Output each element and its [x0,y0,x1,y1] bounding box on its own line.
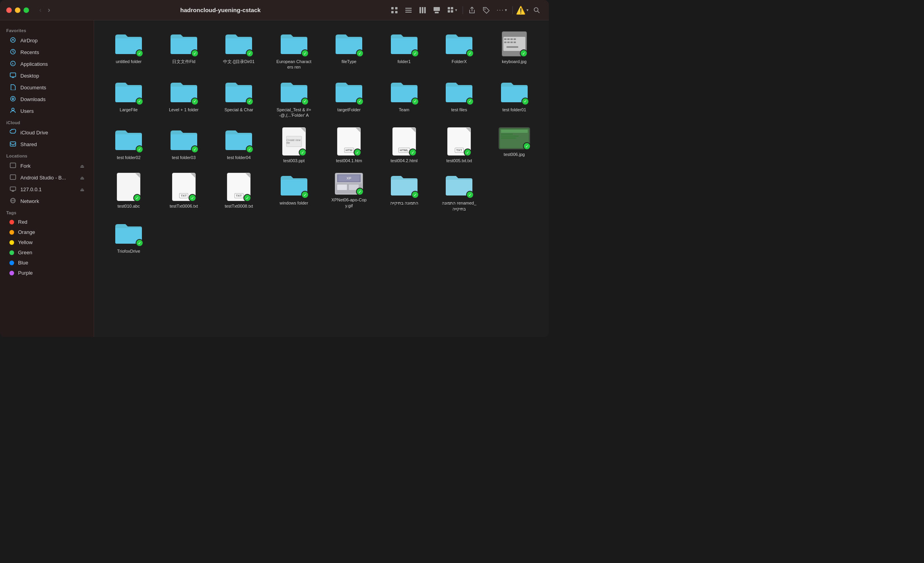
fork-eject[interactable]: ⏏ [80,163,84,169]
svg-rect-29 [10,163,16,168]
svg-rect-9 [424,7,426,13]
file-item-testfolder04[interactable]: ✓ test folder04 [212,124,266,167]
sidebar-item-airdrop[interactable]: AirDrop [3,35,91,46]
file-item-triofox[interactable]: ✓ TriofoxDrive [102,218,156,257]
back-button[interactable]: ‹ [37,5,44,15]
file-item-testfolder01[interactable]: ✓ test folder01 [488,76,541,121]
view-grid-button[interactable] [388,5,400,15]
check-badge: ✓ [356,49,364,57]
file-item-folderx[interactable]: ✓ FolderX [432,28,486,73]
icloud-label: iCloud [0,117,94,127]
file-label: Team [399,107,409,112]
desktop-label: Desktop [20,73,39,79]
file-item-special-char[interactable]: ✓ Special & Char [212,76,266,121]
file-item-team[interactable]: ✓ Team [378,76,431,121]
file-label: test006.jpg [504,152,525,157]
file-item-testfolder02[interactable]: ✓ test folder02 [102,124,156,167]
file-label: testTxt0008.txt [225,203,253,209]
maximize-button[interactable] [24,7,29,13]
view-cover-button[interactable] [431,5,443,15]
applications-label: Applications [20,61,48,67]
file-item-html[interactable]: HTML ✓ test004.2.html [378,124,431,167]
sidebar-item-fork[interactable]: Fork ⏏ [3,160,91,172]
folder1-icon: ✓ [390,31,418,56]
file-item-hebrew-renamed[interactable]: ✓ התמונה renamed_בתיקייה [432,170,486,215]
sidebar-item-purple[interactable]: Purple [3,268,91,278]
file-item-special-test[interactable]: ✓ Special_Test & #+-@,(...'Folder' A [267,76,321,121]
warning-button[interactable]: ⚠️ ▾ [516,5,528,15]
file-item-txt[interactable]: TXT ✓ test005.txt.txt [432,124,486,167]
view-columns-button[interactable] [417,5,428,15]
yellow-tag-label: Yellow [18,239,33,245]
sidebar-item-users[interactable]: Users [3,105,91,117]
file-item-level[interactable]: ✓ Level + 1 folder [157,76,211,121]
sidebar-item-orange[interactable]: Orange [3,227,91,237]
file-item-folder1[interactable]: ✓ folder1 [378,28,431,73]
desktop-icon [9,72,16,80]
file-label: test folder02 [117,155,141,160]
close-button[interactable] [6,7,12,13]
sidebar-item-shared[interactable]: Shared [3,139,91,150]
file-item-keyboard[interactable]: ✓ keyboard.jpg [488,28,541,73]
sidebar-item-applications[interactable]: A Applications [3,58,91,70]
file-item-chinese[interactable]: ✓ 中文-[]目录Dir01 [212,28,266,73]
file-item-filetype[interactable]: ✓ fileType [322,28,376,73]
file-item-testfiles[interactable]: ✓ test files [432,76,486,121]
check-badge: ✓ [136,98,143,105]
file-item-hebrew-image[interactable]: ✓ התמונה בתיקייה [378,170,431,215]
file-item-target[interactable]: ✓ targetFolder [322,76,376,121]
file-item-screenshot[interactable]: ✓ test006.jpg [488,124,541,167]
file-item-japanese[interactable]: ✓ 日文文件Fld [157,28,211,73]
icloud-label: iCloud Drive [20,130,48,136]
localhost-eject[interactable]: ⏏ [80,187,84,192]
check-badge: ✓ [136,49,143,57]
file-item-ppt[interactable]: Create new file ✓ test003.ppt [267,124,321,167]
sidebar-item-red[interactable]: Red [3,217,91,227]
svg-rect-58 [337,185,347,190]
svg-point-27 [12,108,14,110]
file-label: התמונה renamed_בתיקייה [441,200,477,212]
check-badge: ✓ [301,98,309,105]
sidebar-item-desktop[interactable]: Desktop [3,70,91,81]
file-item-largefile[interactable]: ✓ LargeFile [102,76,156,121]
tags-label: Tags [0,207,94,217]
sidebar-item-documents[interactable]: Documents [3,82,91,93]
view-list-button[interactable] [403,5,414,15]
localhost-label: 127.0.0.1 [20,186,42,192]
file-item-abc[interactable]: ✓ test010.abc [102,170,156,215]
titlebar: ‹ › hadroncloud-yuening-cstack ▾ ··· ▾ [0,0,549,20]
blue-tag-label: Blue [18,260,28,266]
sidebar-item-icloud[interactable]: iCloud Drive [3,127,91,138]
sidebar-item-green[interactable]: Green [3,248,91,257]
tag-button[interactable] [480,5,492,15]
check-badge: ✓ [301,49,309,57]
sidebar-item-blue[interactable]: Blue [3,258,91,268]
sidebar-item-recents[interactable]: Recents [3,47,91,58]
file-item-testfolder03[interactable]: ✓ test folder03 [157,124,211,167]
forward-button[interactable]: › [45,5,53,15]
minimize-button[interactable] [15,7,20,13]
file-item-testtxt0006[interactable]: TXT ✓ testTxt0006.txt [157,170,211,215]
file-item-untitled-folder[interactable]: ✓ untitled folder [102,28,156,73]
search-button[interactable] [531,5,543,15]
sidebar-item-localhost[interactable]: 127.0.0.1 ⏏ [3,184,91,195]
file-item-european[interactable]: ✓ European Characters ren [267,28,321,73]
file-item-htm[interactable]: HTM ✓ test004.1.htm [322,124,376,167]
sidebar-item-network[interactable]: Network [3,196,91,207]
sidebar-item-android[interactable]: Android Studio - B... ⏏ [3,172,91,183]
android-eject[interactable]: ⏏ [80,175,84,181]
sidebar-item-downloads[interactable]: Downloads [3,94,91,105]
special-char-icon: ✓ [225,80,253,105]
more-button[interactable]: ··· ▾ [494,5,509,15]
sidebar-item-yellow[interactable]: Yellow [3,237,91,247]
file-item-gif[interactable]: XP ✓ XPNet06-apo-Copy.gif [322,170,376,215]
file-label: test005.txt.txt [447,158,472,163]
locations-label: Locations [0,150,94,160]
check-badge: ✓ [354,148,361,156]
file-item-testtxt0008[interactable]: TXT ✓ testTxt0008.txt [212,170,266,215]
view-options-button[interactable]: ▾ [445,5,459,15]
file-item-windows-folder[interactable]: ✓ windows folder [267,170,321,215]
check-badge: ✓ [133,194,141,202]
share-button[interactable] [466,5,478,15]
svg-point-16 [484,8,485,9]
